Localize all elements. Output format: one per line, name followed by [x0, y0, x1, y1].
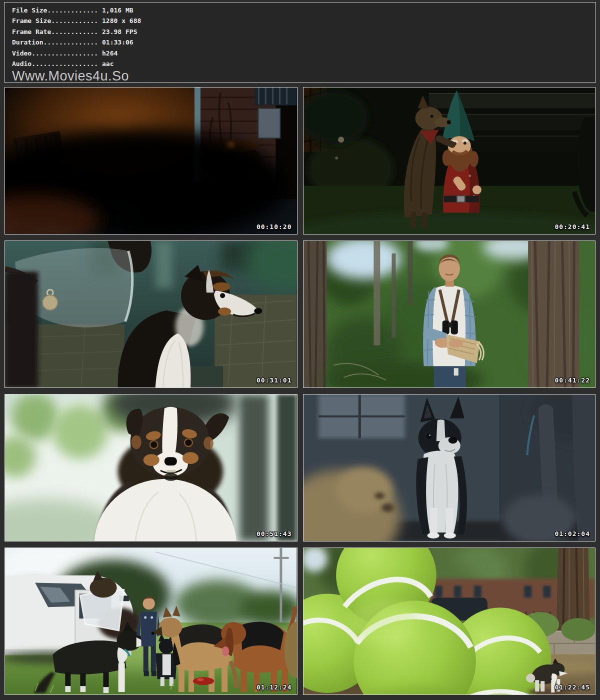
info-row-video: Video................. h264: [12, 48, 590, 58]
scene-night-alley: [5, 88, 297, 234]
scene-forest-man: [304, 241, 596, 388]
scene-giant-tennis-balls: [304, 548, 596, 694]
screenshot-thumbnail-2[interactable]: 00:20:41: [303, 87, 596, 234]
info-label: Audio: [12, 60, 32, 68]
scene-barn-aussie: [5, 241, 297, 388]
info-value: 1280 x 688: [98, 17, 141, 24]
screenshot-thumbnail-7[interactable]: 14: [4, 548, 298, 695]
info-row-frame-rate: Frame Rate............ 23.98 FPS: [12, 26, 590, 37]
scene-k9-unit: 14: [5, 548, 297, 694]
info-value: 23.98 FPS: [98, 28, 137, 36]
dot-leader: ............: [51, 28, 98, 36]
screenshot-thumbnail-6[interactable]: 01:02:04: [303, 394, 596, 542]
screenshot-thumbnail-5[interactable]: 00:51:43: [4, 394, 298, 542]
info-value: h264: [98, 50, 118, 57]
scene-boston-terrier: [304, 394, 596, 541]
dot-leader: .................: [32, 50, 98, 57]
info-row-file-size: File Size............. 1,016 MB: [12, 5, 590, 16]
site-watermark: Www.Movies4u.So: [12, 69, 590, 82]
screenshot-thumbnail-1[interactable]: 00:10:20: [4, 87, 298, 234]
screenshot-thumbnail-4[interactable]: 00:41:22: [303, 240, 596, 388]
info-value: 01:33:06: [98, 38, 133, 46]
info-value: 1,016 MB: [98, 6, 133, 14]
info-label: Frame Rate: [12, 28, 51, 36]
screenshot-thumbnail-8[interactable]: 01:22:45: [303, 548, 596, 695]
timestamp-overlay: 00:31:01: [256, 376, 292, 384]
screenshot-thumbnail-3[interactable]: 00:31:01: [4, 240, 298, 388]
timestamp-overlay: 01:12:24: [256, 684, 292, 691]
info-row-audio: Audio................. aac: [12, 58, 590, 69]
scene-dog-and-gnome: [304, 88, 596, 234]
timestamp-overlay: 00:10:20: [256, 223, 292, 230]
scene-aussie-portrait: [5, 394, 297, 541]
timestamp-overlay: 00:20:41: [554, 223, 590, 230]
screenshot-grid: 00:10:20: [4, 87, 596, 695]
timestamp-overlay: 00:41:22: [554, 376, 590, 384]
info-label: Duration: [12, 38, 44, 46]
media-info-panel: File Size............. 1,016 MB Frame Si…: [4, 2, 596, 82]
info-label: Frame Size: [12, 17, 51, 24]
dot-leader: .................: [32, 60, 98, 68]
dot-leader: ............: [51, 17, 98, 24]
timestamp-overlay: 01:02:04: [554, 530, 590, 538]
info-row-frame-size: Frame Size............ 1280 x 688: [12, 16, 590, 26]
timestamp-overlay: 01:22:45: [554, 684, 590, 691]
dot-leader: .............: [47, 6, 98, 14]
info-label: File Size: [12, 6, 47, 14]
info-value: aac: [98, 60, 114, 68]
info-label: Video: [12, 50, 32, 57]
dot-leader: ..............: [44, 38, 98, 46]
info-row-duration: Duration.............. 01:33:06: [12, 37, 590, 48]
timestamp-overlay: 00:51:43: [256, 530, 292, 538]
